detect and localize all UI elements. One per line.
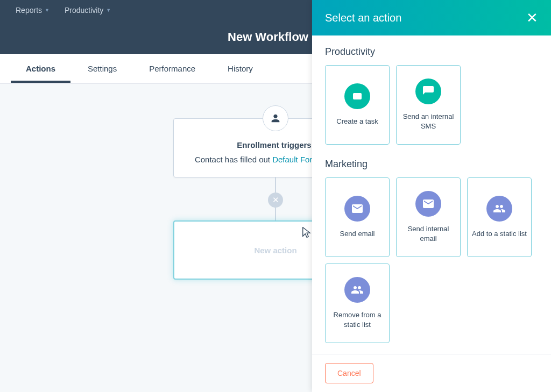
- close-icon[interactable]: ✕: [268, 193, 283, 208]
- nav-reports-label: Reports: [16, 6, 42, 15]
- tab-settings[interactable]: Settings: [73, 55, 132, 82]
- email-icon: [344, 196, 370, 222]
- person-icon: [263, 105, 288, 131]
- action-send-internal-email[interactable]: Send internal email: [396, 177, 461, 257]
- action-remove-static-list[interactable]: Remove from a static list: [325, 263, 390, 343]
- tab-actions[interactable]: Actions: [11, 55, 70, 83]
- trigger-prefix: Contact has filled out: [195, 155, 272, 164]
- card-label: Send internal email: [401, 224, 456, 243]
- task-icon: [344, 83, 370, 109]
- cancel-button[interactable]: Cancel: [325, 363, 373, 383]
- action-add-static-list[interactable]: Add to a static list: [467, 177, 532, 257]
- new-action-label: New action: [254, 246, 296, 255]
- panel-body: Productivity Create a task Send an inter…: [312, 35, 551, 354]
- caret-down-icon: ▼: [45, 8, 50, 13]
- connector-line: [275, 208, 276, 220]
- card-label: Create a task: [336, 117, 378, 126]
- email-icon: [415, 191, 441, 217]
- card-label: Send email: [340, 229, 375, 239]
- action-send-email[interactable]: Send email: [325, 177, 390, 257]
- tab-performance[interactable]: Performance: [134, 55, 210, 82]
- card-label: Remove from a static list: [330, 310, 385, 329]
- nav-productivity-dropdown[interactable]: Productivity ▼: [57, 6, 118, 15]
- workflow-title: New Workflow: [228, 30, 308, 44]
- panel-footer: Cancel: [312, 354, 551, 392]
- connector-line: [275, 177, 276, 193]
- caret-down-icon: ▼: [106, 8, 111, 13]
- tab-history[interactable]: History: [213, 55, 268, 82]
- productivity-grid: Create a task Send an internal SMS: [325, 65, 538, 145]
- marketing-grid: Send email Send internal email Add to a …: [325, 177, 538, 343]
- section-title-productivity: Productivity: [325, 46, 538, 58]
- people-icon: [344, 277, 370, 303]
- sms-icon: [415, 79, 441, 104]
- section-title-marketing: Marketing: [325, 159, 538, 170]
- action-create-task[interactable]: Create a task: [325, 65, 390, 145]
- svg-rect-0: [353, 93, 362, 99]
- people-icon: [486, 196, 512, 222]
- panel-header: Select an action ✕: [312, 0, 551, 35]
- cursor-icon: [302, 227, 312, 242]
- nav-reports-dropdown[interactable]: Reports ▼: [8, 6, 57, 15]
- nav-productivity-label: Productivity: [65, 6, 103, 15]
- card-label: Add to a static list: [472, 229, 527, 239]
- close-icon[interactable]: ✕: [526, 10, 538, 26]
- card-label: Send an internal SMS: [401, 112, 456, 131]
- action-panel: Select an action ✕ Productivity Create a…: [312, 0, 551, 392]
- action-send-sms[interactable]: Send an internal SMS: [396, 65, 461, 145]
- panel-title: Select an action: [325, 12, 401, 24]
